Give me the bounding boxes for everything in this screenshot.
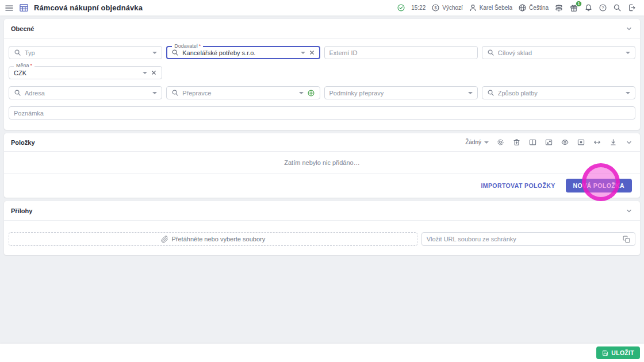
note-field[interactable]	[9, 106, 635, 120]
new-item-button[interactable]: NOVÁ POLOŽKA	[566, 179, 632, 192]
section-items-header: Položky Žádný	[4, 133, 640, 151]
environment-switcher[interactable]: $ Výchozí	[431, 3, 463, 12]
search-icon	[14, 89, 21, 97]
save-button-label: ULOŽIT	[611, 349, 634, 356]
save-button[interactable]: ULOŽIT	[596, 346, 640, 359]
top-bar-left: Rámcová nákupní objednávka	[5, 3, 143, 13]
carrier-field[interactable]	[166, 86, 320, 99]
caret-down-icon[interactable]	[152, 92, 157, 94]
logout-icon[interactable]	[627, 3, 636, 12]
gift-icon[interactable]: 1	[569, 3, 578, 13]
caret-down-icon[interactable]	[143, 72, 147, 74]
settings-gear-icon[interactable]	[496, 138, 505, 147]
supplier-field[interactable]: Dodavatel*	[166, 46, 320, 59]
search-icon[interactable]	[613, 3, 622, 12]
download-icon[interactable]	[609, 138, 618, 147]
caret-down-icon[interactable]	[626, 92, 630, 94]
section-attachments: Přílohy Přetáhněte nebo vyberte soubory	[4, 201, 640, 255]
caret-down-icon[interactable]	[152, 52, 157, 54]
file-url-field[interactable]	[421, 232, 635, 246]
type-input[interactable]	[25, 49, 149, 56]
collapse-items-chevron-icon[interactable]	[625, 138, 633, 147]
image-box-icon[interactable]	[577, 138, 585, 147]
clear-icon[interactable]	[309, 49, 315, 56]
caret-down-icon[interactable]	[468, 92, 473, 94]
group-by-value: Žádný	[465, 139, 481, 145]
section-general: Obecné Dodavatel*	[4, 19, 640, 130]
language-menu[interactable]: Čeština	[518, 3, 549, 12]
clock-time: 15:22	[411, 5, 425, 11]
delete-trash-icon[interactable]	[512, 138, 521, 147]
import-items-button[interactable]: IMPORTOVAT POLOŽKY	[478, 179, 557, 192]
caret-down-icon	[484, 141, 489, 144]
notifications-bell-icon[interactable]	[584, 3, 593, 12]
section-attachments-header: Přílohy	[4, 201, 640, 220]
layout-collage-icon[interactable]	[545, 138, 553, 147]
user-menu[interactable]: Karel Šebela	[469, 3, 512, 12]
required-mark: *	[30, 63, 33, 68]
search-icon	[14, 49, 21, 56]
caret-down-icon[interactable]	[299, 92, 304, 94]
collapse-general-chevron-icon[interactable]	[625, 25, 633, 33]
dropzone-label: Přetáhněte nebo vyberte soubory	[172, 236, 266, 242]
document-grid-icon	[19, 3, 29, 13]
section-general-header: Obecné	[4, 19, 640, 38]
file-url-input[interactable]	[427, 236, 619, 242]
signpost-icon[interactable]	[554, 3, 564, 13]
note-input[interactable]	[14, 110, 630, 117]
search-icon	[171, 49, 179, 56]
payment-method-input[interactable]	[498, 90, 622, 97]
section-attachments-title: Přílohy	[11, 207, 32, 214]
file-dropzone[interactable]: Přetáhněte nebo vyberte soubory	[9, 232, 417, 246]
type-field[interactable]	[9, 46, 162, 59]
search-icon	[171, 89, 179, 97]
currency-label: Měna*	[14, 63, 34, 69]
section-items: Položky Žádný	[4, 133, 640, 198]
target-warehouse-input[interactable]	[498, 49, 622, 56]
clear-icon[interactable]	[151, 70, 157, 76]
page-title: Rámcová nákupní objednávka	[34, 3, 143, 12]
environment-label: Výchozí	[442, 5, 463, 11]
section-general-title: Obecné	[11, 25, 34, 32]
supplier-label: Dodavatel*	[172, 43, 203, 49]
external-id-field[interactable]	[324, 46, 478, 59]
split-columns-icon[interactable]	[528, 138, 537, 147]
paperclip-icon	[161, 236, 168, 243]
visibility-eye-icon[interactable]	[561, 138, 569, 147]
svg-text:?: ?	[601, 5, 604, 10]
expand-horizontal-icon[interactable]	[593, 138, 601, 147]
address-field[interactable]	[9, 86, 162, 99]
add-circle-icon[interactable]	[307, 89, 315, 97]
address-input[interactable]	[25, 90, 149, 97]
supplier-input[interactable]	[182, 49, 297, 56]
currency-field[interactable]: Měna*	[9, 66, 162, 79]
shipping-terms-input[interactable]	[329, 90, 465, 97]
currency-input[interactable]	[14, 70, 139, 76]
external-id-input[interactable]	[329, 49, 473, 56]
paste-icon[interactable]	[623, 236, 630, 243]
gift-badge: 1	[576, 1, 582, 7]
footer-bar: ULOŽIT	[0, 344, 644, 362]
save-floppy-icon	[602, 350, 608, 356]
caret-down-icon[interactable]	[301, 52, 305, 54]
target-warehouse-field[interactable]	[482, 46, 635, 59]
collapse-attachments-chevron-icon[interactable]	[625, 207, 633, 215]
shipping-terms-field[interactable]	[324, 86, 478, 99]
top-bar-right: 15:22 $ Výchozí Karel Šebela Čeština 1 ?	[397, 3, 636, 13]
help-icon[interactable]: ?	[599, 3, 607, 12]
general-fields: Dodavatel* Měna*	[4, 38, 640, 130]
payment-method-field[interactable]	[482, 86, 635, 99]
user-name: Karel Šebela	[480, 5, 512, 11]
section-items-title: Položky	[11, 139, 35, 146]
attachments-body: Přetáhněte nebo vyberte soubory	[4, 221, 640, 255]
svg-text:$: $	[435, 5, 438, 10]
items-empty-state: Zatím nebylo nic přidáno…	[4, 152, 640, 174]
caret-down-icon[interactable]	[626, 52, 630, 54]
search-icon	[487, 89, 494, 97]
carrier-input[interactable]	[182, 90, 295, 97]
top-bar: Rámcová nákupní objednávka 15:22 $ Výcho…	[0, 0, 644, 16]
sync-check-icon[interactable]	[397, 3, 405, 12]
group-by-select[interactable]: Žádný	[465, 139, 489, 145]
items-actions: IMPORTOVAT POLOŽKY NOVÁ POLOŽKA	[4, 174, 640, 198]
menu-icon[interactable]	[5, 3, 14, 13]
